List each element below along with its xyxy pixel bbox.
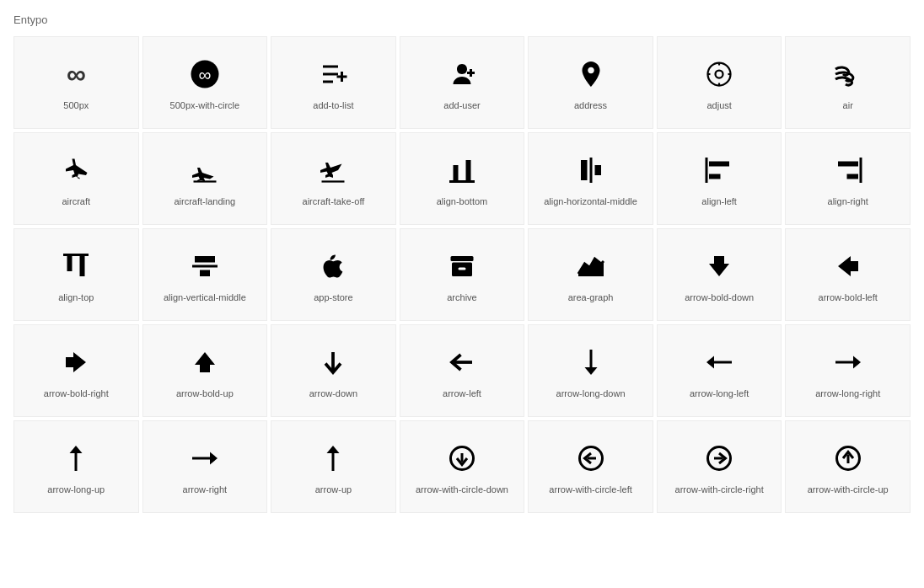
arrow-with-circle-right-label: arrow-with-circle-right xyxy=(675,484,764,495)
icon-cell-align-bottom[interactable]: align-bottom xyxy=(400,132,525,225)
align-left-icon xyxy=(704,153,734,187)
icon-cell-adjust[interactable]: adjust xyxy=(657,36,782,129)
icon-cell-arrow-long-left[interactable]: arrow-long-left xyxy=(657,324,782,417)
icon-cell-500px[interactable]: ∞500px xyxy=(13,36,139,129)
align-vertical-middle-icon xyxy=(190,249,220,283)
svg-rect-29 xyxy=(67,256,73,271)
svg-marker-53 xyxy=(210,452,218,464)
page-title: Entypo xyxy=(13,13,911,26)
icon-cell-arrow-with-circle-right[interactable]: arrow-with-circle-right xyxy=(657,420,782,513)
arrow-with-circle-left-label: arrow-with-circle-left xyxy=(549,484,631,495)
svg-rect-17 xyxy=(453,165,458,180)
icon-cell-align-vertical-middle[interactable]: align-vertical-middle xyxy=(142,228,268,321)
arrow-right-icon xyxy=(190,441,220,475)
arrow-with-circle-down-icon xyxy=(447,441,477,475)
arrow-long-up-label: arrow-long-up xyxy=(47,484,105,495)
icon-cell-align-top[interactable]: align-top xyxy=(13,228,139,321)
arrow-bold-left-icon xyxy=(833,249,863,283)
arrow-with-circle-up-icon xyxy=(833,441,863,475)
align-left-label: align-left xyxy=(701,195,737,207)
address-icon xyxy=(576,57,606,91)
icon-cell-arrow-up[interactable]: arrow-up xyxy=(271,420,396,513)
arrow-with-circle-left-icon xyxy=(576,441,606,475)
arrow-down-icon xyxy=(318,345,348,379)
arrow-with-circle-right-icon xyxy=(704,441,734,475)
icon-cell-align-horizontal-middle[interactable]: align-horizontal-middle xyxy=(528,132,653,225)
icon-cell-arrow-long-right[interactable]: arrow-long-right xyxy=(785,324,911,417)
aircraft-icon xyxy=(61,153,91,187)
500px-label: 500px xyxy=(63,99,89,111)
icon-cell-arrow-bold-left[interactable]: arrow-bold-left xyxy=(785,228,911,321)
icon-cell-arrow-with-circle-down[interactable]: arrow-with-circle-down xyxy=(400,420,525,513)
archive-label: archive xyxy=(447,291,476,303)
svg-rect-35 xyxy=(450,256,473,261)
arrow-long-down-icon xyxy=(576,345,606,379)
svg-marker-55 xyxy=(327,446,340,453)
icon-cell-arrow-long-down[interactable]: arrow-long-down xyxy=(528,324,653,417)
arrow-right-label: arrow-right xyxy=(183,484,228,495)
arrow-bold-up-icon xyxy=(190,345,220,379)
icon-cell-add-user[interactable]: add-user xyxy=(400,36,525,129)
500px-with-circle-label: 500px-with-circle xyxy=(170,99,240,111)
aircraft-landing-label: aircraft-landing xyxy=(174,195,235,207)
svg-marker-47 xyxy=(706,355,714,368)
svg-rect-18 xyxy=(465,160,470,180)
svg-rect-21 xyxy=(594,165,601,175)
icon-cell-arrow-with-circle-left[interactable]: arrow-with-circle-left xyxy=(528,420,653,513)
align-horizontal-middle-icon xyxy=(576,153,606,187)
arrow-long-right-label: arrow-long-right xyxy=(815,388,880,399)
icon-cell-align-right[interactable]: align-right xyxy=(785,132,911,225)
add-user-icon xyxy=(447,57,477,91)
arrow-up-label: arrow-up xyxy=(315,484,352,495)
icon-cell-air[interactable]: air xyxy=(785,36,911,129)
svg-marker-40 xyxy=(66,352,86,372)
icon-cell-arrow-bold-right[interactable]: arrow-bold-right xyxy=(13,324,139,417)
icon-cell-archive[interactable]: archive xyxy=(400,228,525,321)
aircraft-label: aircraft xyxy=(62,195,90,207)
arrow-bold-down-label: arrow-bold-down xyxy=(685,291,754,303)
align-horizontal-middle-label: align-horizontal-middle xyxy=(544,195,637,207)
arrow-left-icon xyxy=(447,345,477,379)
icon-cell-app-store[interactable]: app-store xyxy=(271,228,396,321)
icon-cell-arrow-with-circle-up[interactable]: arrow-with-circle-up xyxy=(785,420,911,513)
add-to-list-icon xyxy=(318,57,348,91)
svg-rect-20 xyxy=(581,160,588,180)
align-bottom-label: align-bottom xyxy=(437,195,488,207)
icon-cell-500px-with-circle[interactable]: ∞500px-with-circle xyxy=(142,36,268,129)
svg-marker-38 xyxy=(709,256,729,276)
align-top-icon xyxy=(61,249,91,283)
align-right-icon xyxy=(833,153,863,187)
svg-marker-45 xyxy=(584,367,597,375)
svg-rect-26 xyxy=(838,161,858,166)
icon-cell-arrow-bold-down[interactable]: arrow-bold-down xyxy=(657,228,782,321)
icon-cell-arrow-left[interactable]: arrow-left xyxy=(400,324,525,417)
svg-rect-30 xyxy=(80,256,85,276)
icon-cell-area-graph[interactable]: area-graph xyxy=(528,228,653,321)
svg-point-9 xyxy=(708,62,731,85)
svg-rect-32 xyxy=(195,256,215,263)
svg-point-10 xyxy=(716,70,723,78)
500px-with-circle-icon: ∞ xyxy=(190,57,220,91)
icon-cell-aircraft[interactable]: aircraft xyxy=(13,132,139,225)
align-top-label: align-top xyxy=(58,291,94,303)
archive-icon xyxy=(447,249,477,283)
icon-cell-arrow-down[interactable]: arrow-down xyxy=(271,324,396,417)
icon-cell-arrow-bold-up[interactable]: arrow-bold-up xyxy=(142,324,268,417)
icon-cell-aircraft-take-off[interactable]: aircraft-take-off xyxy=(271,132,396,225)
500px-icon: ∞ xyxy=(67,57,86,91)
icon-cell-arrow-right[interactable]: arrow-right xyxy=(142,420,268,513)
aircraft-landing-icon xyxy=(190,153,220,187)
air-icon xyxy=(833,57,863,91)
svg-marker-51 xyxy=(70,446,83,453)
area-graph-label: area-graph xyxy=(568,291,614,303)
arrow-long-right-icon xyxy=(833,345,863,379)
app-store-label: app-store xyxy=(314,291,352,303)
svg-rect-37 xyxy=(458,267,465,270)
svg-marker-39 xyxy=(838,256,858,276)
add-user-label: add-user xyxy=(443,99,480,111)
icon-cell-arrow-long-up[interactable]: arrow-long-up xyxy=(13,420,139,513)
icon-cell-address[interactable]: address xyxy=(528,36,653,129)
icon-cell-add-to-list[interactable]: add-to-list xyxy=(271,36,396,129)
icon-cell-align-left[interactable]: align-left xyxy=(657,132,782,225)
icon-cell-aircraft-landing[interactable]: aircraft-landing xyxy=(142,132,268,225)
